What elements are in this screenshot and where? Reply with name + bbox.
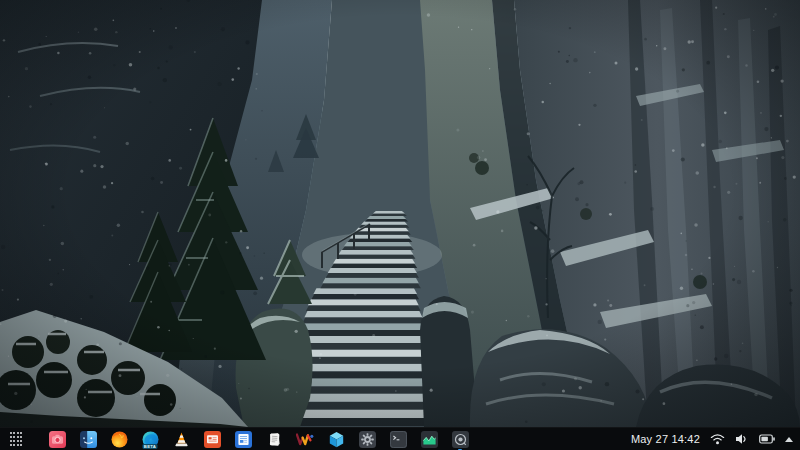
writer-glyph: [235, 431, 252, 448]
terminal-glyph: [390, 431, 407, 448]
volume-icon[interactable]: [735, 433, 749, 445]
file-manager-glyph: [80, 431, 97, 448]
camera-glyph: [49, 431, 66, 448]
papers-glyph: [266, 431, 283, 448]
terminal-icon[interactable]: [389, 430, 407, 448]
launcher-button[interactable]: [7, 430, 25, 448]
chevron-up-icon: [785, 437, 793, 442]
cube-app-icon[interactable]: [327, 430, 345, 448]
wps-office-icon[interactable]: [296, 430, 314, 448]
system-monitor-icon[interactable]: [420, 430, 438, 448]
writer-app-icon[interactable]: [234, 430, 252, 448]
desktop-wallpaper: [0, 0, 800, 427]
monitor-chart-glyph: [421, 431, 438, 448]
file-manager-icon[interactable]: [79, 430, 97, 448]
firefox-icon[interactable]: [110, 430, 128, 448]
gorge-stairs-wallpaper-art: [0, 0, 800, 427]
vlc-cone-glyph: [173, 431, 190, 448]
camera-app-icon[interactable]: [48, 430, 66, 448]
text-editor-icon[interactable]: [265, 430, 283, 448]
battery-glyph: [759, 434, 775, 444]
launcher-grid-icon: [9, 432, 23, 446]
edge-beta-icon[interactable]: BETA: [141, 430, 159, 448]
beta-badge: BETA: [142, 444, 157, 449]
presentation-app-icon[interactable]: [203, 430, 221, 448]
clock[interactable]: May 27 14:42: [631, 433, 700, 445]
tray-expand-button[interactable]: [785, 437, 793, 442]
speaker-glyph: [735, 433, 749, 445]
cube-glyph: [328, 431, 345, 448]
dock: BETA: [7, 430, 469, 448]
firefox-glyph: [111, 431, 128, 448]
presentation-glyph: [204, 431, 221, 448]
screen-recorder-icon[interactable]: [451, 430, 469, 448]
gear-glyph: [359, 431, 376, 448]
taskbar: BETA: [0, 427, 800, 450]
desktop: BETA: [0, 0, 800, 450]
wps-w-glyph: [296, 432, 314, 447]
wifi-icon[interactable]: [710, 433, 725, 445]
vlc-icon[interactable]: [172, 430, 190, 448]
recorder-glyph: [452, 431, 469, 448]
battery-icon[interactable]: [759, 434, 775, 444]
wifi-glyph: [710, 433, 725, 445]
settings-gear-icon[interactable]: [358, 430, 376, 448]
system-tray: May 27 14:42: [631, 433, 793, 445]
